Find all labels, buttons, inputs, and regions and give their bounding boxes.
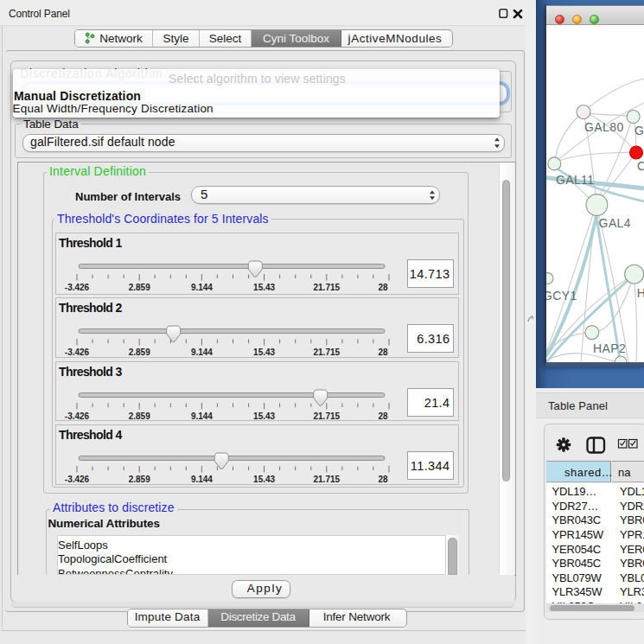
- svg-text:28: 28: [378, 475, 388, 484]
- svg-text:GA: GA: [634, 124, 644, 137]
- svg-text:C: C: [637, 159, 644, 173]
- svg-text:GAL80: GAL80: [584, 120, 624, 134]
- svg-text:2.859: 2.859: [129, 348, 150, 357]
- svg-text:H: H: [637, 286, 644, 300]
- svg-text:15.43: 15.43: [253, 475, 275, 484]
- svg-text:15.43: 15.43: [253, 411, 275, 421]
- svg-text:9.144: 9.144: [191, 475, 213, 484]
- svg-text:GAL11: GAL11: [556, 173, 595, 187]
- svg-text:-3.426: -3.426: [65, 283, 90, 292]
- svg-text:28: 28: [378, 348, 388, 357]
- svg-text:GAL4: GAL4: [599, 216, 631, 230]
- svg-text:9.144: 9.144: [191, 411, 213, 421]
- svg-text:21.715: 21.715: [314, 348, 341, 357]
- svg-text:-3.426: -3.426: [65, 348, 90, 357]
- svg-text:15.43: 15.43: [253, 348, 275, 357]
- svg-text:HAP2: HAP2: [593, 341, 626, 355]
- svg-text:-3.426: -3.426: [65, 411, 90, 421]
- svg-text:2.859: 2.859: [129, 411, 150, 421]
- svg-text:9.144: 9.144: [191, 348, 213, 357]
- svg-text:2.859: 2.859: [129, 475, 150, 484]
- svg-text:-3.426: -3.426: [65, 475, 90, 484]
- svg-text:21.715: 21.715: [314, 475, 341, 484]
- svg-text:21.715: 21.715: [314, 283, 341, 292]
- svg-text:GCY1: GCY1: [546, 289, 577, 303]
- svg-text:15.43: 15.43: [253, 283, 275, 292]
- svg-text:9.144: 9.144: [191, 283, 213, 292]
- svg-text:2.859: 2.859: [129, 283, 150, 292]
- svg-text:28: 28: [378, 283, 388, 292]
- svg-text:21.715: 21.715: [314, 411, 341, 421]
- svg-text:28: 28: [378, 411, 388, 421]
